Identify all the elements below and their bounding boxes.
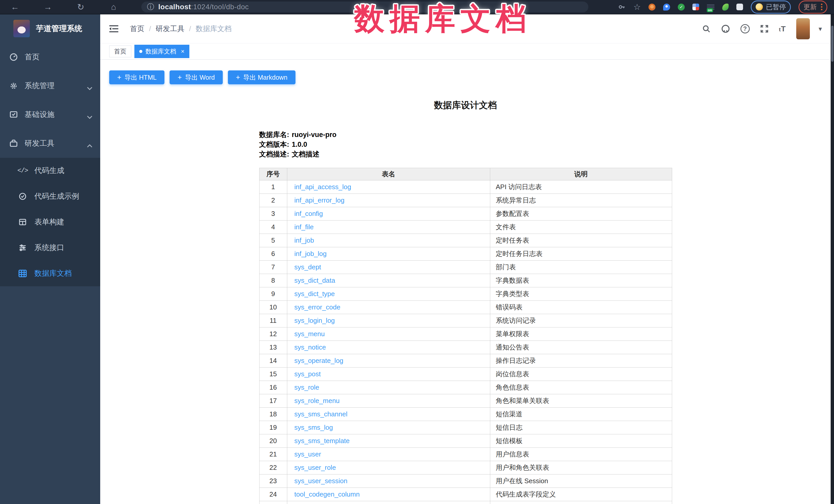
sidebar-item-api[interactable]: 系统接口	[0, 235, 100, 261]
table-name-link[interactable]: sys_operate_log	[294, 357, 344, 365]
browser-menu-icon[interactable]	[821, 4, 822, 10]
export-button[interactable]: + 导出 Markdown	[228, 70, 295, 84]
extension-icon-1[interactable]	[649, 4, 655, 10]
row-number: 7	[259, 261, 287, 274]
extensions-puzzle-icon[interactable]	[737, 4, 743, 10]
table-name-link[interactable]: sys_role	[294, 384, 320, 391]
document-meta-line: 文档版本:1.0.0	[259, 139, 672, 149]
table-description: 定时任务表	[490, 234, 672, 247]
browser-home-icon[interactable]: ⌂	[108, 2, 119, 12]
page-content: + 导出 HTML + 导出 Word + 导出 Markdown 数据库设计文…	[100, 60, 831, 504]
table-name-link[interactable]: sys_user_role	[294, 464, 336, 472]
table-name-link[interactable]: inf_config	[294, 210, 323, 217]
url-text: localhost:1024/tool/db-doc	[158, 3, 249, 11]
table-name-link[interactable]: sys_sms_log	[294, 423, 333, 431]
table-description: 角色信息表	[490, 381, 672, 394]
address-bar[interactable]: ⓘ localhost:1024/tool/db-doc	[141, 2, 588, 12]
row-number: 21	[259, 448, 287, 461]
export-button[interactable]: + 导出 HTML	[109, 70, 164, 84]
sidebar-item-home[interactable]: 首页	[0, 43, 100, 71]
browser-reload-icon[interactable]: ↻	[75, 2, 86, 12]
fullscreen-icon[interactable]	[760, 24, 769, 33]
table-name-link[interactable]: sys_sms_channel	[294, 410, 348, 418]
table-row: 17 sys_role_menu 角色和菜单关联表	[259, 394, 672, 408]
browser-extensions-area: ☆ on 已暂停 更新	[618, 1, 827, 14]
table-row: 1 inf_api_access_log API 访问日志表	[259, 180, 672, 194]
table-name-link[interactable]: sys_notice	[294, 343, 326, 351]
table-name-link[interactable]: inf_file	[294, 223, 314, 231]
table-name-link[interactable]: sys_sms_template	[294, 437, 350, 445]
table-description: 参数配置表	[490, 207, 672, 220]
font-size-icon[interactable]: tT	[779, 24, 786, 33]
table-name-link[interactable]: tool_codegen_column	[294, 490, 360, 498]
sidebar-item-infra[interactable]: 基础设施	[0, 100, 100, 129]
table-name-link[interactable]: inf_api_error_log	[294, 196, 345, 204]
row-number: 15	[259, 368, 287, 381]
scrollbar-thumb[interactable]	[831, 26, 833, 62]
github-icon[interactable]	[721, 24, 730, 34]
extension-icon-2[interactable]	[663, 4, 670, 10]
app-logo	[13, 20, 30, 37]
breadcrumb-devtools[interactable]: 研发工具	[156, 24, 184, 34]
sidebar-item-devtools[interactable]: 研发工具	[0, 129, 100, 158]
password-key-icon[interactable]	[618, 3, 626, 11]
tab-home[interactable]: 首页	[109, 45, 131, 57]
row-number: 9	[259, 287, 287, 301]
sidebar-item-label: 代码生成	[35, 166, 64, 176]
browser-forward-icon[interactable]: →	[43, 2, 53, 12]
user-avatar[interactable]	[796, 18, 810, 39]
table-name-link[interactable]: sys_dict_data	[294, 277, 335, 284]
extension-icon-4[interactable]	[693, 4, 699, 10]
column-header-desc: 说明	[490, 168, 672, 180]
table-name-link[interactable]: sys_dept	[294, 263, 321, 271]
sidebar-item-label: 系统管理	[25, 81, 54, 91]
table-row: 14 sys_operate_log 操作日志记录	[259, 354, 672, 368]
tab-close-icon[interactable]: ×	[181, 48, 184, 54]
page-scrollbar[interactable]	[831, 15, 834, 504]
table-name-link[interactable]: sys_post	[294, 370, 321, 378]
sidebar-item-codegen[interactable]: </> 代码生成	[0, 158, 100, 183]
help-icon[interactable]: ?	[741, 24, 750, 34]
tab-db-doc[interactable]: 数据库文档 ×	[134, 45, 189, 58]
sidebar-item-codegen-demo[interactable]: 代码生成示例	[0, 183, 100, 209]
sidebar-item-form-builder[interactable]: 表单构建	[0, 209, 100, 235]
row-number: 3	[259, 207, 287, 220]
app-title: 芋道管理系统	[36, 23, 82, 34]
top-navbar: 首页 / 研发工具 / 数据库文档 ? tT ▾	[100, 15, 831, 43]
table-name-link[interactable]: inf_api_access_log	[294, 183, 351, 191]
table-name-link[interactable]: inf_job_log	[294, 250, 327, 258]
sidebar-item-db-doc[interactable]: 数据库文档	[0, 261, 100, 286]
table-name-link[interactable]: sys_dict_type	[294, 290, 335, 298]
export-button-label: 导出 Word	[185, 73, 215, 82]
export-button[interactable]: + 导出 Word	[170, 70, 223, 84]
table-name-link[interactable]: sys_role_menu	[294, 397, 340, 404]
row-number: 4	[259, 220, 287, 234]
bookmark-star-icon[interactable]: ☆	[633, 2, 641, 12]
breadcrumb: 首页 / 研发工具 / 数据库文档	[130, 24, 232, 34]
paused-extension-badge[interactable]: 已暂停	[751, 1, 791, 14]
breadcrumb-home[interactable]: 首页	[130, 24, 145, 34]
table-name-link[interactable]: inf_job	[294, 237, 314, 244]
row-number: 24	[259, 488, 287, 501]
table-description: 操作日志记录	[490, 354, 672, 368]
sidebar-collapse-icon[interactable]	[109, 25, 119, 33]
table-row: 9 sys_dict_type 字典类型表	[259, 287, 672, 301]
browser-back-icon[interactable]: ←	[10, 2, 20, 12]
table-name-link[interactable]: sys_error_code	[294, 303, 341, 311]
extension-icon-on[interactable]: on	[707, 3, 715, 11]
extension-icon-3[interactable]	[678, 4, 685, 10]
sidebar-item-system[interactable]: 系统管理	[0, 71, 100, 100]
plus-icon: +	[178, 74, 182, 81]
extension-icon-5[interactable]	[722, 4, 729, 10]
search-icon[interactable]	[702, 24, 711, 33]
table-name-link[interactable]: sys_user_session	[294, 477, 348, 485]
tab-label: 数据库文档	[146, 47, 176, 56]
app-logo-row[interactable]: 芋道管理系统	[0, 15, 100, 43]
user-menu-caret-icon[interactable]: ▾	[818, 25, 822, 33]
table-name-link[interactable]: sys_menu	[294, 330, 325, 338]
table-name-link[interactable]: sys_user	[294, 450, 321, 458]
site-info-icon[interactable]: ⓘ	[147, 2, 154, 12]
table-name-link[interactable]: sys_login_log	[294, 316, 335, 324]
browser-update-badge[interactable]: 更新	[798, 1, 827, 14]
table-description: API 访问日志表	[490, 180, 672, 194]
